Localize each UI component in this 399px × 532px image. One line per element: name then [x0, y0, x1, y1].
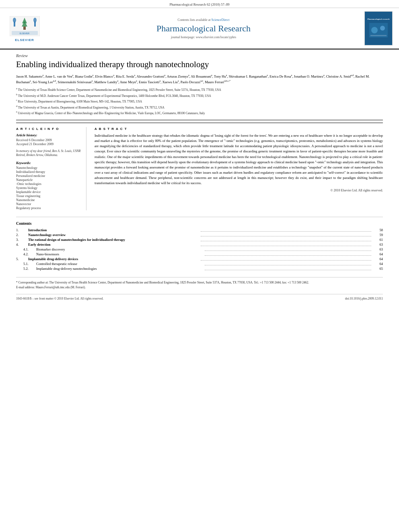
abstract-title: A B S T R A C T — [95, 127, 383, 131]
toc-list: 1. Introduction 58 2. Nanotechnology ove… — [16, 228, 383, 271]
toc-page-3: 61 — [373, 238, 383, 242]
page: Pharmacological Research 62 (2010) 57–89 — [0, 0, 399, 532]
toc-page-1: 58 — [373, 228, 383, 232]
toc-page-5: 64 — [373, 257, 383, 261]
toc-item-3: 3. The rational design of nanotechnologi… — [16, 238, 383, 242]
contents-available: Contents lists available at ScienceDirec… — [43, 18, 364, 22]
toc-num-4: 4. — [16, 242, 28, 246]
keyword-implantable: Implantable device — [16, 190, 81, 194]
keywords-list: Nanotechnology Individualized therapy Pe… — [16, 166, 81, 210]
toc-page-5-2: 65 — [373, 267, 383, 271]
accepted-date: Accepted 21 December 2009 — [16, 142, 81, 146]
toc-item-4: 4. Early detection 63 — [16, 242, 383, 246]
elsevier-logo: ELSEVIER ELSEVIER — [6, 15, 43, 42]
toc-label-5: Implantable drug-delivery devices — [28, 257, 199, 261]
journal-main-title: Pharmacological Research — [43, 23, 364, 34]
author-affiliations: a The University of Texas Health Science… — [16, 87, 383, 116]
article-body: Review Enabling individualized therapy t… — [0, 49, 399, 304]
toc-item-4-1: 4.1. Biomarker discovery 63 — [16, 247, 383, 251]
left-column: A R T I C L E I N F O Article history: R… — [16, 127, 86, 210]
journal-homepage: journal homepage: www.elsevier.com/locat… — [43, 35, 364, 39]
svg-rect-5 — [23, 27, 26, 30]
footnotes-section: * Corresponding author at: The Universit… — [16, 277, 383, 290]
received-date: Received 6 December 2009 — [16, 138, 81, 142]
toc-item-5-2: 5.2. Implantable drug-delivery nanotechn… — [16, 267, 383, 271]
affil-d: d The University of Texas at Austin, Dep… — [16, 105, 383, 110]
toc-label-4-1: Biomarker discovery — [36, 247, 203, 251]
toc-dots-4-2 — [205, 253, 372, 256]
article-info-title: A R T I C L E I N F O — [16, 127, 81, 131]
email-footnote: E-mail address: Mauro.Ferrari@uth.tmc.ed… — [16, 286, 383, 290]
keyword-personalized: Personalized medicine — [16, 174, 81, 178]
toc-num-5: 5. — [16, 257, 28, 261]
toc-dots-5-1 — [205, 262, 372, 266]
top-bar-text: Pharmacological Research 62 (2010) 57–89 — [169, 2, 229, 6]
toc-dots-2 — [201, 233, 372, 237]
toc-label-5-2: Implantable drug-delivery nanotechnologi… — [36, 267, 203, 271]
journal-title-center: Contents lists available at ScienceDirec… — [43, 18, 364, 39]
elsevier-logo-image: ELSEVIER — [8, 15, 41, 37]
toc-dots-4 — [201, 243, 372, 246]
article-history-label: Article history: — [16, 133, 81, 137]
copyright-line: © 2010 Elsevier Ltd. All rights reserved… — [95, 189, 383, 192]
svg-point-12 — [371, 27, 378, 33]
svg-point-13 — [380, 26, 385, 31]
issn-text: 1043-6618/$ – see front matter © 2010 El… — [16, 297, 103, 300]
keyword-regulatory: Regulatory process — [16, 206, 81, 210]
toc-page-4-2: 64 — [373, 252, 383, 256]
toc-dots-5 — [201, 257, 372, 261]
toc-page-4: 63 — [373, 242, 383, 246]
two-col-section: A R T I C L E I N F O Article history: R… — [16, 123, 383, 210]
toc-label-1: Introduction — [28, 228, 199, 232]
authors-line: Jason H. Sakamotoa, Anne L. van de Vena,… — [16, 74, 383, 84]
affil-b: b The University of M.D. Anderson Cancer… — [16, 93, 383, 99]
svg-rect-14 — [370, 35, 387, 36]
keyword-omic: -Omic technologies — [16, 182, 81, 186]
toc-item-5: 5. Implantable drug-delivery devices 64 — [16, 257, 383, 261]
toc-label-4-2: Nano-biosensors — [36, 252, 203, 256]
dedication-text: In memory of my dear friend, Ben A. St. … — [16, 149, 81, 158]
corresponding-footnote: * Corresponding author at: The Universit… — [16, 281, 383, 285]
affil-c: c Rice University, Department of Bioengi… — [16, 99, 383, 104]
keyword-nanovector: Nanovector — [16, 202, 81, 206]
toc-item-5-1: 5.1. Controlled therapeutic release 64 — [16, 262, 383, 266]
toc-dots-4-1 — [205, 248, 372, 251]
keyword-individualized: Individualized therapy — [16, 170, 81, 174]
elsevier-text: ELSEVIER — [15, 38, 34, 42]
toc-label-3: The rational design of nanotechnologies … — [28, 238, 199, 242]
toc-label-2: Nanotechnology overview — [28, 233, 199, 237]
toc-num-2: 2. — [16, 233, 28, 237]
toc-dots-3 — [201, 238, 372, 242]
section-divider — [16, 120, 383, 120]
toc-item-4-2: 4.2. Nano-biosensors 64 — [16, 252, 383, 256]
toc-label-5-1: Controlled therapeutic release — [36, 262, 203, 266]
elsevier-svg: ELSEVIER — [10, 16, 40, 36]
keyword-tissue: Tissue engineering — [16, 194, 81, 198]
article-title: Enabling individualized therapy through … — [16, 60, 383, 70]
toc-num-5-2: 5.2. — [16, 267, 36, 271]
keyword-nanomedicine: Nanomedicine — [16, 198, 81, 202]
svg-rect-7 — [34, 22, 36, 27]
toc-num-5-1: 5.1. — [16, 262, 36, 266]
toc-num-1: 1. — [16, 228, 28, 232]
contents-title: Contents — [16, 221, 383, 226]
toc-item-1: 1. Introduction 58 — [16, 228, 383, 232]
keyword-nanoparticle: Nanoparticle — [16, 178, 81, 182]
bottom-bar: 1043-6618/$ – see front matter © 2010 El… — [16, 294, 383, 300]
toc-num-4-2: 4.2. — [16, 252, 36, 256]
toc-item-2: 2. Nanotechnology overview 59 — [16, 233, 383, 237]
cover-label: Pharmacological research — [367, 18, 389, 21]
toc-num-3: 3. — [16, 238, 28, 242]
toc-page-2: 59 — [373, 233, 383, 237]
doi-text: doi:10.1016/j.phrs.2009.12.011 — [345, 297, 383, 300]
toc-dots-1 — [201, 228, 372, 232]
keyword-systems-biology: Systems biology — [16, 186, 81, 190]
toc-page-5-1: 64 — [373, 262, 383, 266]
affil-a: a The University of Texas Health Science… — [16, 87, 383, 92]
toc-label-4: Early detection — [28, 242, 199, 246]
svg-text:ELSEVIER: ELSEVIER — [19, 32, 29, 35]
right-column: A B S T R A C T Individualized medicine … — [95, 127, 383, 210]
svg-rect-2 — [14, 22, 15, 27]
journal-top-bar: Pharmacological Research 62 (2010) 57–89 — [0, 0, 399, 8]
science-direct-link[interactable]: ScienceDirect — [212, 18, 230, 22]
